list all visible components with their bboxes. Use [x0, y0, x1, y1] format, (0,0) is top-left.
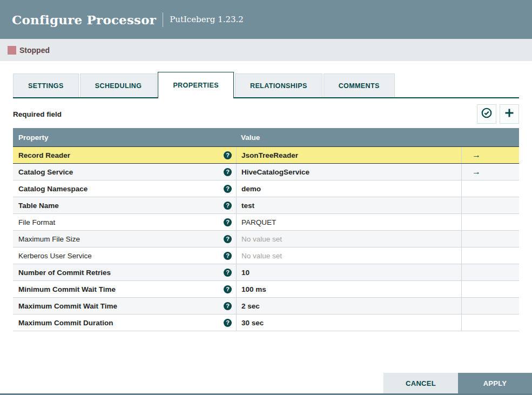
property-cell: Catalog Namespace ? — [13, 180, 236, 197]
table-row[interactable]: Catalog Service ? HiveCatalogService → — [13, 164, 519, 180]
value-cell[interactable]: 30 sec — [236, 314, 461, 331]
value-cell[interactable]: 2 sec — [236, 298, 461, 314]
help-icon[interactable]: ? — [224, 252, 232, 260]
actions-cell: → — [461, 314, 519, 331]
plus-icon — [504, 108, 515, 120]
help-icon[interactable]: ? — [224, 202, 232, 210]
value-text: JsonTreeReader — [241, 151, 298, 159]
table-row[interactable]: Maximum Commit Duration ? 30 sec → — [13, 314, 519, 331]
property-label: Record Reader — [18, 151, 70, 159]
value-cell[interactable]: No value set — [236, 247, 461, 264]
actions-cell: → — [461, 180, 519, 197]
table-row[interactable]: Catalog Namespace ? demo → — [13, 180, 519, 197]
table-row[interactable]: Maximum Commit Wait Time ? 2 sec → — [13, 298, 519, 314]
actions-cell: → — [461, 264, 519, 280]
property-label: Minimum Commit Wait Time — [18, 285, 116, 293]
value-cell[interactable]: PARQUET — [236, 214, 461, 230]
actions-cell: → — [461, 231, 519, 247]
value-text: 30 sec — [241, 319, 264, 327]
property-label: Maximum File Size — [18, 235, 80, 243]
table-row[interactable]: Minimum Commit Wait Time ? 100 ms → — [13, 281, 519, 298]
table-row[interactable]: File Format ? PARQUET → — [13, 214, 519, 231]
value-text: 100 ms — [241, 285, 266, 293]
tab-properties[interactable]: PROPERTIES — [158, 72, 234, 98]
value-text: No value set — [241, 252, 282, 260]
toolbar-icon-buttons — [477, 104, 519, 124]
table-row[interactable]: Number of Commit Retries ? 10 → — [13, 264, 519, 281]
value-text: No value set — [241, 235, 282, 243]
add-property-button[interactable] — [500, 104, 519, 124]
value-text: 10 — [241, 269, 250, 277]
status-label: Stopped — [19, 46, 50, 55]
help-icon[interactable]: ? — [224, 285, 232, 293]
tab-settings[interactable]: SETTINGS — [13, 73, 79, 97]
properties-table: Property Value Record Reader ? JsonTreeR… — [13, 128, 519, 331]
verify-properties-button[interactable] — [477, 104, 496, 124]
value-cell[interactable]: demo — [236, 180, 461, 197]
go-to-service-arrow-icon[interactable]: → — [472, 150, 481, 160]
property-cell: Record Reader ? — [13, 147, 236, 163]
actions-cell: → — [461, 197, 519, 213]
property-label: Catalog Namespace — [18, 185, 87, 193]
check-circle-icon — [481, 107, 493, 121]
configure-processor-dialog: Configure Processor PutIceberg 1.23.2 St… — [0, 0, 532, 395]
value-cell[interactable]: HiveCatalogService — [236, 164, 461, 180]
help-icon[interactable]: ? — [224, 269, 232, 277]
value-cell[interactable]: test — [236, 197, 461, 213]
table-row[interactable]: Table Name ? test → — [13, 197, 519, 214]
help-icon[interactable]: ? — [224, 235, 232, 243]
property-label: Maximum Commit Wait Time — [18, 302, 117, 310]
property-label: File Format — [18, 218, 55, 226]
value-cell[interactable]: JsonTreeReader — [236, 147, 461, 163]
property-cell: Catalog Service ? — [13, 164, 236, 180]
actions-cell: → — [461, 281, 519, 297]
go-to-service-arrow-icon[interactable]: → — [472, 167, 481, 177]
help-icon[interactable]: ? — [224, 185, 232, 193]
property-label: Kerberos User Service — [18, 252, 92, 260]
property-cell: Maximum Commit Wait Time ? — [13, 298, 236, 314]
property-label: Maximum Commit Duration — [18, 319, 113, 327]
dialog-content: SETTINGSSCHEDULINGPROPERTIESRELATIONSHIP… — [0, 72, 532, 331]
property-cell: Maximum Commit Duration ? — [13, 314, 236, 331]
dialog-footer: CANCEL APPLY — [383, 373, 532, 393]
value-text: test — [241, 202, 254, 210]
actions-cell: → — [461, 247, 519, 264]
value-text: HiveCatalogService — [241, 168, 309, 176]
cancel-button[interactable]: CANCEL — [383, 373, 458, 393]
actions-cell: → — [461, 298, 519, 314]
value-text: demo — [241, 185, 261, 193]
tab-scheduling[interactable]: SCHEDULING — [80, 73, 157, 97]
properties-toolbar: Required field — [13, 104, 519, 124]
table-row[interactable]: Record Reader ? JsonTreeReader → — [13, 146, 519, 164]
actions-cell: → — [461, 164, 519, 180]
apply-button[interactable]: APPLY — [458, 373, 532, 393]
value-cell[interactable]: 10 — [236, 264, 461, 280]
help-icon[interactable]: ? — [224, 218, 232, 226]
tab-comments[interactable]: COMMENTS — [324, 73, 395, 97]
value-cell[interactable]: 100 ms — [236, 281, 461, 297]
status-bar: Stopped — [0, 39, 532, 61]
property-cell: Minimum Commit Wait Time ? — [13, 281, 236, 297]
dialog-header: Configure Processor PutIceberg 1.23.2 — [0, 0, 532, 39]
property-cell: Table Name ? — [13, 197, 236, 213]
help-icon[interactable]: ? — [224, 168, 232, 176]
table-row[interactable]: Kerberos User Service ? No value set → — [13, 247, 519, 264]
title-divider — [163, 12, 163, 27]
stopped-status-icon — [8, 46, 16, 55]
property-cell: File Format ? — [13, 214, 236, 230]
property-label: Number of Commit Retries — [18, 269, 111, 277]
property-column-header: Property — [13, 133, 236, 142]
help-icon[interactable]: ? — [224, 151, 232, 159]
actions-cell: → — [461, 147, 519, 163]
table-row[interactable]: Maximum File Size ? No value set → — [13, 231, 519, 247]
help-icon[interactable]: ? — [224, 302, 232, 310]
value-cell[interactable]: No value set — [236, 231, 461, 247]
value-column-header: Value — [236, 133, 461, 142]
property-cell: Kerberos User Service ? — [13, 247, 236, 264]
value-text: 2 sec — [241, 302, 260, 310]
property-cell: Maximum File Size ? — [13, 231, 236, 247]
tab-bar: SETTINGSSCHEDULINGPROPERTIESRELATIONSHIP… — [13, 72, 519, 98]
table-header-row: Property Value — [13, 128, 519, 147]
help-icon[interactable]: ? — [224, 319, 232, 327]
tab-relationships[interactable]: RELATIONSHIPS — [235, 73, 322, 97]
